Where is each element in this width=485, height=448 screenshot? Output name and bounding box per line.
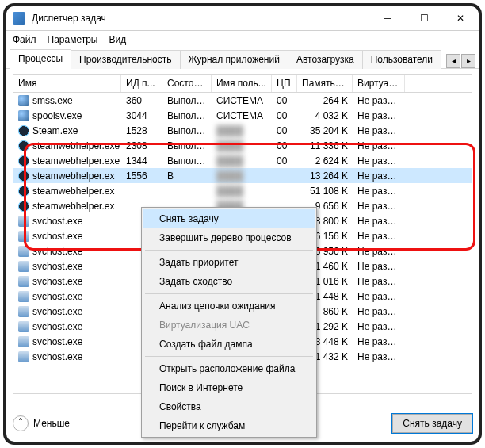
cell-virt: Не разр... <box>353 109 405 122</box>
process-name: steamwebhelper.ex <box>32 201 114 212</box>
separator <box>145 250 313 251</box>
process-name: svchost.exe <box>32 291 82 302</box>
cell-pid: 3044 <box>121 109 162 122</box>
process-icon <box>18 216 29 227</box>
separator <box>145 293 313 294</box>
ctx-dump[interactable]: Создать файл дампа <box>143 335 315 354</box>
col-cpu[interactable]: ЦП <box>272 75 297 92</box>
ctx-wait-chain[interactable]: Анализ цепочки ожидания <box>143 297 315 316</box>
cell-cpu: 00 <box>272 155 297 167</box>
tab-users[interactable]: Пользователи <box>362 50 441 69</box>
cell-pid <box>121 190 162 192</box>
cell-virt: Не разр... <box>353 320 405 333</box>
cell-virt: Не разр... <box>353 230 405 243</box>
process-name: svchost.exe <box>32 261 82 272</box>
process-icon <box>18 125 29 136</box>
cell-virt: Не разр... <box>353 94 405 107</box>
menu-options[interactable]: Параметры <box>48 34 98 45</box>
process-icon <box>18 140 29 151</box>
cell-cpu: 00 <box>272 140 297 152</box>
cell-user: ████ <box>212 140 272 152</box>
col-mem[interactable]: Память (а... <box>297 75 353 92</box>
menu-view[interactable]: Вид <box>109 34 126 45</box>
process-name: svchost.exe <box>32 276 82 287</box>
cell-virt: Не разр... <box>353 170 405 182</box>
cell-state: Выполн... <box>162 94 212 107</box>
cell-state: Выполн... <box>162 140 212 152</box>
end-task-button[interactable]: Снять задачу <box>392 414 472 433</box>
tab-startup[interactable]: Автозагрузка <box>288 50 363 69</box>
tabs: Процессы Производительность Журнал прило… <box>6 48 479 69</box>
table-row[interactable]: steamwebhelper.ex████51 108 KНе разр... <box>13 183 472 198</box>
cell-mem: 35 204 K <box>297 124 353 137</box>
cell-pid: 1528 <box>121 124 162 137</box>
ctx-search-online[interactable]: Поиск в Интернете <box>143 378 315 397</box>
minimize-button[interactable]: ─ <box>369 6 406 31</box>
cell-state: В <box>162 170 212 182</box>
ctx-affinity[interactable]: Задать сходство <box>143 272 315 291</box>
cell-virt: Не разр... <box>353 260 405 273</box>
process-name: steamwebhelper.ex <box>32 170 114 182</box>
cell-pid: 1556 <box>121 170 162 182</box>
separator <box>145 356 313 357</box>
cell-cpu: 00 <box>272 109 297 122</box>
process-icon <box>18 306 29 317</box>
col-virt[interactable]: Виртуал... <box>353 75 405 92</box>
cell-virt: Не разр... <box>353 215 405 228</box>
process-icon <box>18 321 29 332</box>
tab-performance[interactable]: Производительность <box>71 50 180 69</box>
cell-pid: 1344 <box>121 155 162 167</box>
maximize-button[interactable]: ☐ <box>406 6 442 31</box>
table-row[interactable]: smss.exe360Выполн...СИСТЕМА00264 KНе раз… <box>13 93 472 108</box>
cell-virt: Не разр... <box>353 185 405 197</box>
cell-mem: 264 K <box>297 94 353 107</box>
cell-user: ████ <box>212 155 272 167</box>
close-button[interactable]: ✕ <box>442 6 479 31</box>
menu-file[interactable]: Файл <box>13 34 36 45</box>
process-icon <box>18 231 29 242</box>
cell-mem: 4 032 K <box>297 109 353 122</box>
cell-virt: Не разр... <box>353 155 405 167</box>
ctx-open-location[interactable]: Открыть расположение файла <box>143 359 315 378</box>
table-row[interactable]: spoolsv.exe3044Выполн...СИСТЕМА004 032 K… <box>13 108 472 123</box>
tab-scroll-left[interactable]: ◂ <box>446 54 460 68</box>
menubar: Файл Параметры Вид <box>6 31 479 48</box>
process-name: svchost.exe <box>32 351 82 362</box>
cell-pid: 360 <box>121 94 162 107</box>
table-row[interactable]: steamwebhelper.exe2308Выполн...████0011 … <box>13 138 472 153</box>
table-row[interactable]: steamwebhelper.ex1556В████13 264 KНе раз… <box>13 168 472 183</box>
process-name: svchost.exe <box>32 231 82 242</box>
col-user[interactable]: Имя поль... <box>212 75 272 92</box>
cell-mem: 13 264 K <box>297 170 353 182</box>
process-icon <box>18 246 29 257</box>
cell-virt: Не разр... <box>353 200 405 213</box>
process-icon <box>18 95 29 106</box>
fewer-details[interactable]: ˄ Меньше <box>13 415 70 431</box>
process-icon <box>18 201 29 212</box>
ctx-properties[interactable]: Свойства <box>143 397 315 416</box>
process-icon <box>18 170 29 182</box>
cell-mem: 51 108 K <box>297 185 353 197</box>
chevron-up-icon: ˄ <box>13 415 29 431</box>
ctx-go-to-services[interactable]: Перейти к службам <box>143 416 315 435</box>
col-name[interactable]: Имя <box>13 75 121 92</box>
process-icon <box>18 291 29 302</box>
col-pid[interactable]: ИД п... <box>121 75 162 92</box>
tab-scroll-right[interactable]: ▸ <box>461 54 475 68</box>
process-name: steamwebhelper.exe <box>32 140 120 151</box>
ctx-end-tree[interactable]: Завершить дерево процессов <box>143 228 315 247</box>
table-row[interactable]: Steam.exe1528Выполн...████0035 204 KНе р… <box>13 123 472 138</box>
cell-virt: Не разр... <box>353 335 405 348</box>
ctx-priority[interactable]: Задать приоритет <box>143 253 315 272</box>
tab-apphistory[interactable]: Журнал приложений <box>180 50 288 69</box>
process-name: svchost.exe <box>32 321 82 332</box>
tab-processes[interactable]: Процессы <box>10 49 71 69</box>
process-name: svchost.exe <box>32 306 82 317</box>
ctx-end-task[interactable]: Снять задачу <box>143 209 315 228</box>
col-state[interactable]: Состоя... <box>162 75 212 92</box>
cell-user: ████ <box>212 124 272 137</box>
cell-cpu: 00 <box>272 94 297 107</box>
table-row[interactable]: steamwebhelper.exe1344Выполн...████002 6… <box>13 153 472 168</box>
process-icon <box>18 351 29 362</box>
cell-user: СИСТЕМА <box>212 94 272 107</box>
